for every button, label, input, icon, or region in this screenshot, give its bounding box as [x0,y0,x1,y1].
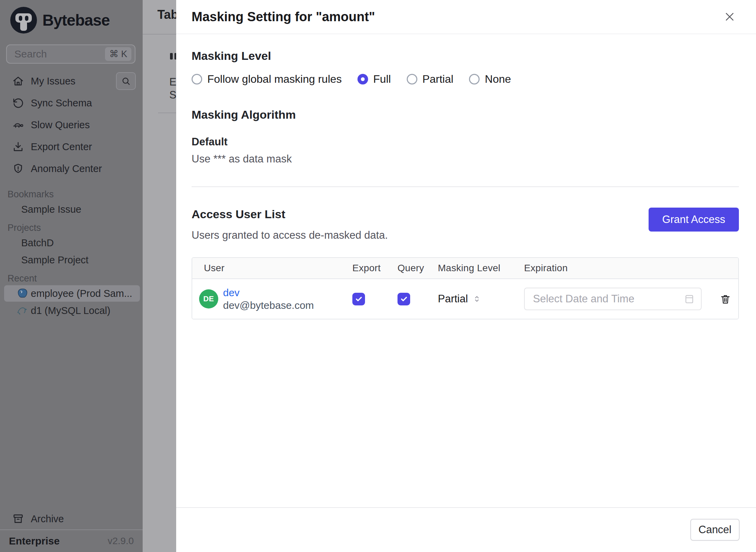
sidebar-item-label: Slow Queries [31,119,90,131]
shield-icon [12,163,24,174]
modal-title: Masking Setting for "amount" [192,10,375,24]
sidebar-item-label: Anomaly Center [31,163,102,174]
sidebar-nav: My Issues Sync Schema Slow Queries Expor… [0,70,143,180]
sidebar-item-label: Sync Schema [31,97,92,109]
app-root: Bytebase Search ⌘ K My Issues Sync Schem… [0,0,756,552]
sidebar-item-label: Export Center [31,141,92,153]
dimmed-page-background: Tab E S [143,0,176,552]
sidebar-item-sync-schema[interactable]: Sync Schema [0,92,143,114]
postgresql-icon [16,288,28,299]
sidebar-item-my-issues[interactable]: My Issues [0,70,143,92]
radio-icon[interactable] [407,74,417,84]
modal-header: Masking Setting for "amount" [176,0,756,34]
checkmark-icon [400,295,408,303]
radio-full[interactable]: Full [357,73,391,86]
radio-partial[interactable]: Partial [407,73,454,86]
search-icon [121,76,131,86]
access-user-list-header: Access User List Users granted to access… [192,208,739,241]
radio-selected-icon[interactable] [357,74,368,84]
radio-none[interactable]: None [469,73,511,86]
sidebar-item-label: d1 (MySQL Local) [31,305,110,316]
sidebar-footer: Enterprise v2.9.0 [0,529,143,552]
sidebar-item-label: Archive [31,513,64,525]
background-divider [143,34,176,35]
bytebase-logo-icon [10,7,37,34]
search-shortcut-badge: ⌘ K [105,47,131,61]
sidebar-item-label: employee (Prod Sam... [31,288,132,299]
modal-body: Masking Level Follow global masking rule… [176,34,756,319]
column-header-expiration: Expiration [512,263,704,274]
column-header-user: User [192,263,341,274]
cancel-button[interactable]: Cancel [690,519,740,541]
modal-footer: Cancel [176,507,756,552]
search-placeholder: Search [14,48,105,60]
sidebar-item-export-center[interactable]: Export Center [0,136,143,158]
masking-level-select[interactable]: Partial [438,293,482,305]
download-icon [12,141,24,153]
sidebar-item-label: My Issues [31,76,76,87]
sidebar-item-sample-project[interactable]: Sample Project [4,252,140,268]
sidebar-item-anomaly-center[interactable]: Anomaly Center [0,158,143,180]
radio-icon[interactable] [469,74,480,84]
checkmark-icon [355,295,363,303]
sync-icon [12,97,24,109]
export-checkbox[interactable] [352,293,365,305]
algorithm-name: Default [192,136,739,148]
masking-level-radio-group: Follow global masking rules Full Partial… [192,73,739,86]
close-button[interactable] [722,9,737,24]
logo-text: Bytebase [42,11,110,29]
section-divider [192,186,739,187]
background-divider [158,113,176,113]
column-header-export: Export [341,263,386,274]
plan-label: Enterprise [9,535,60,547]
sidebar-item-archive[interactable]: Archive [0,509,143,528]
masking-setting-modal: Masking Setting for "amount" Masking Lev… [176,0,756,552]
background-bars-icon [170,53,176,60]
radio-follow-global-rules[interactable]: Follow global masking rules [192,73,342,86]
close-icon [724,11,735,23]
access-user-list-heading: Access User List [192,208,388,221]
column-header-query: Query [386,263,426,274]
sidebar-item-sample-issue[interactable]: Sample Issue [4,201,140,218]
delete-user-button[interactable] [718,291,733,306]
background-text-fragment-e: E [169,76,176,88]
sidebar-item-slow-queries[interactable]: Slow Queries [0,114,143,136]
table-row: DE dev dev@bytebase.com [192,279,738,319]
home-icon [12,75,24,87]
grant-access-button[interactable]: Grant Access [649,208,739,232]
trash-icon [720,293,731,305]
access-user-table: User Export Query Masking Level Expirati… [192,257,739,319]
sidebar-search-input[interactable]: Search ⌘ K [6,44,135,64]
sidebar-item-d1-db[interactable]: d1 (MySQL Local) [4,302,140,319]
section-header-bookmarks: Bookmarks [0,188,143,200]
section-header-recent: Recent [0,272,143,285]
column-header-masking-level: Masking Level [426,263,512,274]
avatar: DE [199,289,218,308]
turtle-icon [12,119,24,131]
sidebar-sections: Bookmarks Sample Issue Projects BatchD S… [0,184,143,319]
user-email: dev@bytebase.com [223,299,314,312]
masking-level-heading: Masking Level [192,49,739,63]
section-header-projects: Projects [0,222,143,234]
version-label: v2.9.0 [108,536,134,547]
expiration-date-input[interactable] [524,288,702,310]
access-user-list-subtitle: Users granted to access de-masked data. [192,229,388,241]
mysql-icon [16,305,28,316]
bytebase-logo[interactable]: Bytebase [10,7,110,34]
background-text-fragment-s: S [169,89,176,101]
sidebar: Bytebase Search ⌘ K My Issues Sync Schem… [0,0,143,552]
masking-algorithm-heading: Masking Algorithm [192,108,739,121]
sidebar-item-employee-db[interactable]: employee (Prod Sam... [4,285,140,302]
radio-icon[interactable] [192,74,202,84]
issue-search-button[interactable] [116,72,136,90]
chevron-updown-icon [472,294,482,304]
algorithm-description: Use *** as data mask [192,153,739,165]
user-name-link[interactable]: dev [223,286,314,299]
sidebar-item-batchd[interactable]: BatchD [4,235,140,251]
background-page-title-fragment: Tab [157,8,176,22]
query-checkbox[interactable] [397,293,410,305]
archive-icon [12,513,24,525]
table-header-row: User Export Query Masking Level Expirati… [192,258,738,279]
